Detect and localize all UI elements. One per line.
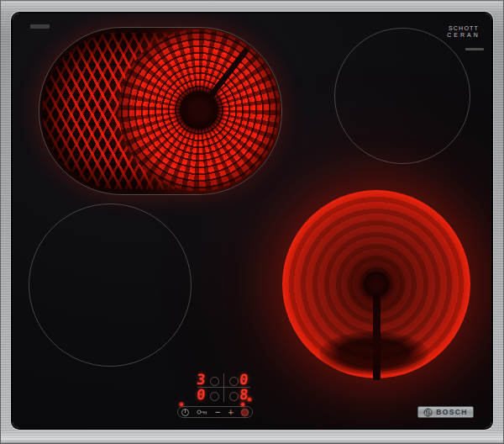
display-top-right: 0 (239, 373, 249, 387)
ceramic-glass-surface: SCHOTT CERAN 3 0 0 8 (13, 13, 491, 428)
touch-control-panel: − + (177, 406, 253, 418)
plus-button[interactable]: + (228, 408, 234, 417)
zone-indicator-bottom-left (210, 392, 219, 401)
display-divider-horizontal (197, 387, 250, 388)
cooktop: SCHOTT CERAN 3 0 0 8 (0, 0, 504, 444)
burner-top-left-dual-zone (39, 27, 282, 195)
zone-indicator-top-right (229, 377, 239, 386)
minus-button[interactable]: − (215, 408, 220, 417)
zone-indicator-bottom-right (229, 392, 239, 401)
burner-round-zone (118, 29, 280, 191)
display-divider-vertical (223, 373, 224, 402)
bosch-wordmark: BOSCH (436, 409, 468, 416)
child-lock-key-icon[interactable] (197, 409, 207, 415)
zone-indicator-top-left (210, 377, 219, 386)
model-label (30, 24, 50, 29)
schott-label-fineprint (465, 48, 484, 50)
schott-label-line1: SCHOTT (440, 25, 487, 32)
display-top-left: 3 (196, 373, 206, 387)
display-bottom-left: 0 (196, 388, 206, 402)
display-dot-led (248, 398, 251, 401)
zone-select-button[interactable] (241, 409, 249, 416)
schott-label-line2: CERAN (440, 32, 487, 39)
bosch-logo-icon (423, 408, 433, 417)
bosch-badge: BOSCH (417, 406, 474, 418)
power-button[interactable] (181, 409, 189, 416)
thermal-sensor-stem (373, 284, 381, 380)
burner-center-hub (180, 91, 218, 130)
burner-bottom-left (29, 204, 192, 367)
power-icon (185, 409, 186, 413)
burner-bottom-right (282, 190, 470, 378)
schott-ceran-label: SCHOTT CERAN (440, 25, 487, 50)
burner-center-hub (364, 272, 389, 297)
